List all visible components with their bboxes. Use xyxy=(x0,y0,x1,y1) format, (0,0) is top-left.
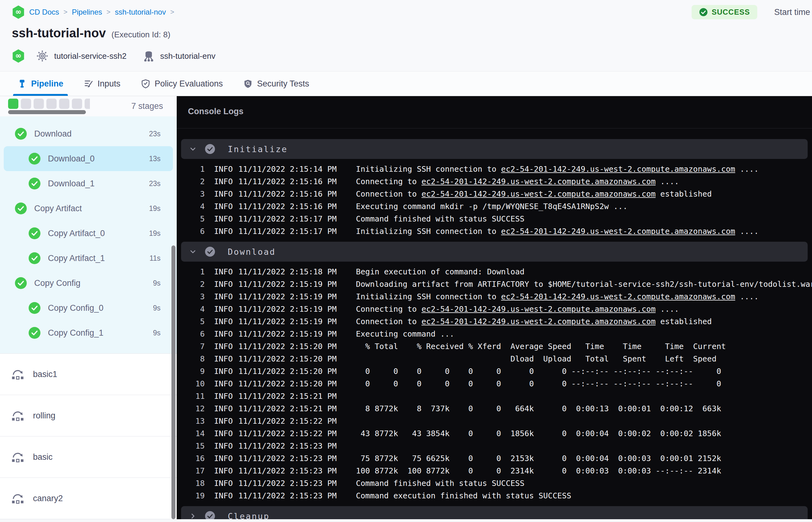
log-line: 2 INFO 11/11/2022 2:15:19 PM Downloading… xyxy=(181,278,808,290)
host-link[interactable]: ec2-54-201-142-249.us-west-2.compute.ama… xyxy=(422,304,656,314)
host-link[interactable]: ec2-54-201-142-249.us-west-2.compute.ama… xyxy=(501,164,735,174)
log-section-header[interactable]: Initialize xyxy=(181,139,808,159)
chevron-down-icon[interactable] xyxy=(189,248,197,255)
host-link[interactable]: ec2-54-201-142-249.us-west-2.compute.ama… xyxy=(501,292,735,301)
section-success-icon xyxy=(205,246,215,257)
stage-row[interactable]: Copy Artifact_0 19s xyxy=(0,221,177,246)
pipeline-list-item[interactable]: rolling xyxy=(0,395,177,437)
log-line-number: 18 xyxy=(181,479,205,488)
stage-label: Copy Artifact_0 xyxy=(48,229,105,238)
log-line: 5 INFO 11/11/2022 2:15:17 PM Command fin… xyxy=(181,213,808,225)
log-message: Downloading artifact from ARTIFACTORY to… xyxy=(356,280,812,289)
stage-success-icon xyxy=(15,128,27,140)
stage-row[interactable]: Copy Config_0 9s xyxy=(0,296,177,320)
log-message: % Total % Received % Xferd Average Speed… xyxy=(356,342,726,351)
stage-progress-square[interactable] xyxy=(8,99,18,109)
log-level: INFO xyxy=(214,379,235,388)
pipeline-stage-icon xyxy=(11,409,25,422)
chevron-down-icon[interactable] xyxy=(189,513,197,519)
section-success-icon xyxy=(205,511,215,519)
pipeline-list-item[interactable]: basic1 xyxy=(0,354,177,395)
log-level: INFO xyxy=(214,267,235,276)
stage-row[interactable]: Copy Artifact 19s xyxy=(0,196,177,221)
tab-policy-evaluations[interactable]: Policy Evaluations xyxy=(141,72,223,96)
stage-success-icon xyxy=(28,327,40,339)
sidebar-scrollbar[interactable] xyxy=(171,245,176,519)
stage-progress-square[interactable] xyxy=(72,99,82,109)
log-level: INFO xyxy=(214,292,235,301)
log-message: Command finished with status SUCCESS xyxy=(356,479,525,488)
tab-inputs[interactable]: Inputs xyxy=(84,72,121,96)
breadcrumb-link[interactable]: ssh-tutorial-nov xyxy=(115,8,166,17)
stage-label: Copy Artifact_1 xyxy=(48,254,105,263)
log-timestamp: 11/11/2022 2:15:19 PM xyxy=(238,329,342,339)
stage-row[interactable]: Copy Artifact_1 11s xyxy=(0,246,177,270)
stage-count-label: 7 stages xyxy=(131,101,163,111)
stage-row[interactable]: Download_1 23s xyxy=(0,171,177,196)
stage-progress-square[interactable] xyxy=(21,99,31,109)
harness-cd-icon: ∞ xyxy=(12,5,25,19)
log-line-number: 15 xyxy=(181,441,205,450)
log-timestamp: 11/11/2022 2:15:19 PM xyxy=(238,280,342,289)
environment-chip[interactable]: ssh-tutorial-env xyxy=(143,50,216,62)
stage-label: Copy Config_0 xyxy=(48,303,104,313)
execution-sidebar: 7 stages Download 23s Download_0 13s xyxy=(0,96,177,519)
stage-progress-squares[interactable] xyxy=(8,99,90,109)
host-link[interactable]: ec2-54-201-142-249.us-west-2.compute.ama… xyxy=(422,189,656,199)
log-line: 13 INFO 11/11/2022 2:15:22 PM xyxy=(181,415,808,427)
log-message: Command execution finished with status S… xyxy=(356,491,571,500)
log-timestamp: 11/11/2022 2:15:21 PM xyxy=(238,392,342,401)
log-line: 9 INFO 11/11/2022 2:15:20 PM 0 0 0 0 0 0… xyxy=(181,365,808,377)
log-line: 11 INFO 11/11/2022 2:15:21 PM xyxy=(181,390,808,402)
host-link[interactable]: ec2-54-201-142-249.us-west-2.compute.ama… xyxy=(422,177,656,186)
log-timestamp: 11/11/2022 2:15:17 PM xyxy=(238,214,342,223)
stage-row[interactable]: Copy Config_1 9s xyxy=(0,320,177,345)
stage-progress-square[interactable] xyxy=(34,99,44,109)
host-link[interactable]: ec2-54-201-142-249.us-west-2.compute.ama… xyxy=(501,227,735,236)
stage-progress-square[interactable] xyxy=(46,99,57,109)
log-section-header[interactable]: Cleanup xyxy=(181,506,808,519)
stage-label: Copy Config_1 xyxy=(48,328,104,338)
log-level: INFO xyxy=(214,342,235,351)
stage-label: Download_0 xyxy=(48,154,95,164)
log-level: INFO xyxy=(214,214,235,223)
chevron-down-icon[interactable] xyxy=(189,145,197,153)
stage-success-icon xyxy=(28,302,40,314)
log-message: 0 0 0 0 0 0 0 0 --:--:-- --:--:-- --:--:… xyxy=(356,367,721,376)
log-message: Begin execution of command: Download xyxy=(356,267,525,276)
service-chip[interactable]: ∞ tutorial-service-ssh2 xyxy=(12,49,127,63)
log-section-header[interactable]: Download xyxy=(181,242,808,262)
stage-progress-square[interactable] xyxy=(59,99,69,109)
log-line: 8 INFO 11/11/2022 2:15:20 PM Dload Uploa… xyxy=(181,353,808,365)
log-level: INFO xyxy=(214,466,235,475)
minimap-scrollbar[interactable] xyxy=(8,110,86,114)
log-timestamp: 11/11/2022 2:15:16 PM xyxy=(238,189,342,199)
tab-security-tests[interactable]: Security Tests xyxy=(243,72,309,96)
stage-progress-square[interactable] xyxy=(85,99,90,109)
log-section: Cleanup xyxy=(181,506,808,519)
log-timestamp: 11/11/2022 2:15:21 PM xyxy=(238,404,342,413)
stage-row[interactable]: Download_0 13s xyxy=(4,146,173,171)
log-level: INFO xyxy=(214,404,235,413)
pipeline-list-item[interactable]: basic xyxy=(0,437,177,478)
log-line-number: 4 xyxy=(181,304,205,314)
svg-text:∞: ∞ xyxy=(15,7,21,16)
log-line: 14 INFO 11/11/2022 2:15:22 PM 43 8772k 4… xyxy=(181,427,808,440)
log-level: INFO xyxy=(214,280,235,289)
breadcrumb-link[interactable]: Pipelines xyxy=(72,8,102,17)
log-line: 16 INFO 11/11/2022 2:15:23 PM 75 8772k 7… xyxy=(181,452,808,464)
host-link[interactable]: ec2-54-201-142-249.us-west-2.compute.ama… xyxy=(422,317,656,326)
pipeline-label: basic1 xyxy=(33,369,57,379)
tab-label: Security Tests xyxy=(257,79,309,89)
tab-pipeline[interactable]: Pipeline xyxy=(17,72,63,96)
log-section-title: Cleanup xyxy=(228,511,270,520)
log-section: Initialize 1 INFO 11/11/2022 2:15:14 PM … xyxy=(181,139,808,237)
stage-row[interactable]: Copy Config 9s xyxy=(0,270,177,296)
pipeline-label: basic xyxy=(33,452,53,462)
stage-success-icon xyxy=(28,227,40,239)
log-line-number: 13 xyxy=(181,417,205,425)
log-message: Initializing SSH connection to ec2-54-20… xyxy=(356,227,758,236)
pipeline-list-item[interactable]: canary2 xyxy=(0,478,177,519)
breadcrumb-link[interactable]: CD Docs xyxy=(29,8,59,17)
stage-row[interactable]: Download 23s xyxy=(0,121,177,146)
